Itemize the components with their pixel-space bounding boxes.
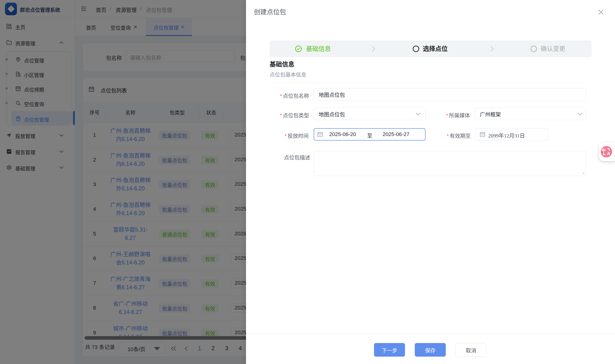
svg-text:A: A [607, 151, 610, 156]
svg-text:中: 中 [602, 148, 606, 153]
